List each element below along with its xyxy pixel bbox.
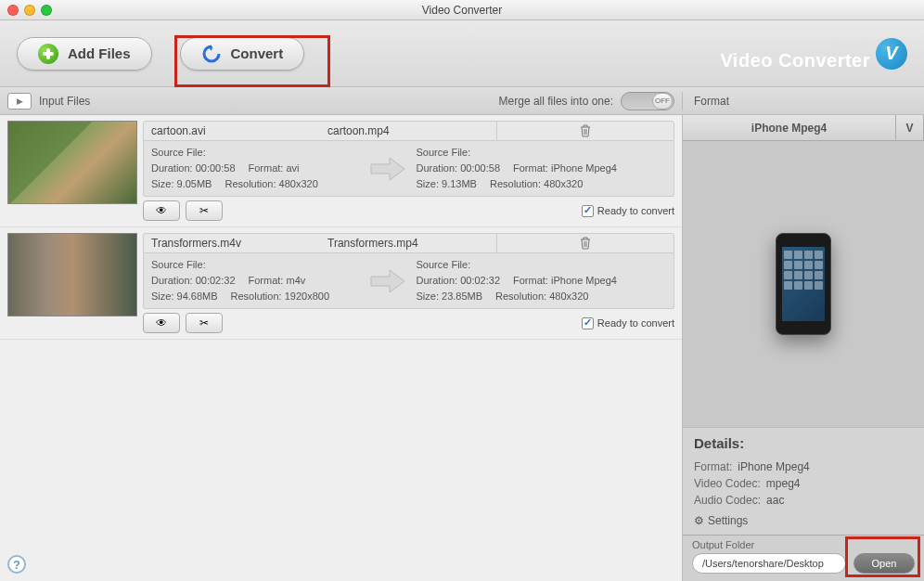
delete-button[interactable] <box>496 121 674 141</box>
input-files-label: Input Files <box>39 95 90 108</box>
sub-header: ▶ Input Files Merge all files into one: … <box>0 87 924 115</box>
arrow-right-icon <box>369 267 406 295</box>
output-path-field[interactable]: /Users/tenorshare/Desktop <box>692 553 846 574</box>
source-filename: cartoon.avi <box>144 124 320 137</box>
spec-header: Source File: <box>417 257 667 273</box>
filename-row: Transformers.m4v Transformers.mp4 <box>143 233 674 253</box>
add-files-button[interactable]: Add Files <box>17 37 152 71</box>
merge-label: Merge all files into one: <box>499 95 613 108</box>
preview-button[interactable]: 👁 <box>143 200 180 221</box>
edit-button[interactable]: ✂ <box>186 200 223 221</box>
brand: for mac Video Converter V <box>720 36 907 71</box>
file-item: Transformers.m4v Transformers.mp4 Source… <box>0 227 682 340</box>
add-files-label: Add Files <box>68 45 131 61</box>
titlebar: Video Converter <box>0 0 924 20</box>
format-sidebar: iPhone Mpeg4 V Details: Format:iPhone Mp… <box>683 115 924 581</box>
ready-checkbox[interactable] <box>582 205 594 217</box>
trash-icon <box>580 124 591 137</box>
dest-filename: cartoon.mp4 <box>320 124 496 137</box>
scissors-icon: ✂ <box>199 316 209 329</box>
ready-label: Ready to convert <box>597 317 674 329</box>
brand-logo-icon: V <box>876 38 907 70</box>
scissors-icon: ✂ <box>199 204 209 217</box>
trash-icon <box>580 237 591 250</box>
spec-header: Source File: <box>151 257 402 273</box>
format-tab-main[interactable]: iPhone Mpeg4 <box>683 115 896 140</box>
settings-button[interactable]: ⚙ Settings <box>694 514 913 527</box>
edit-button[interactable]: ✂ <box>186 313 223 333</box>
format-details: Details: Format:iPhone Mpeg4 Video Codec… <box>683 427 924 535</box>
format-tabs: iPhone Mpeg4 V <box>683 115 924 141</box>
file-item: cartoon.avi cartoon.mp4 Source File: Dur… <box>0 115 682 227</box>
details-heading: Details: <box>694 435 913 451</box>
format-panel-label: Format <box>694 95 729 108</box>
highlight-convert <box>174 35 330 87</box>
video-thumbnail[interactable] <box>7 121 137 204</box>
play-icon[interactable]: ▶ <box>7 93 32 110</box>
brand-line2: Video Converter <box>720 50 870 71</box>
highlight-open <box>845 536 920 577</box>
eye-icon: 👁 <box>156 204 167 217</box>
window-title: Video Converter <box>0 4 924 17</box>
arrow-right-icon <box>369 155 406 183</box>
main-area: cartoon.avi cartoon.mp4 Source File: Dur… <box>0 115 924 581</box>
filename-row: cartoon.avi cartoon.mp4 <box>143 121 674 141</box>
preview-button[interactable]: 👁 <box>143 313 180 333</box>
brand-line1: for mac <box>720 36 870 50</box>
format-preview <box>683 141 924 427</box>
format-tab-small[interactable]: V <box>896 115 924 140</box>
iphone-icon <box>776 233 831 335</box>
delete-button[interactable] <box>496 233 674 253</box>
eye-icon: 👁 <box>156 316 167 329</box>
toolbar: Add Files Convert for mac Video Converte… <box>0 20 924 87</box>
plus-icon <box>38 44 58 64</box>
spec-header: Source File: <box>151 145 402 161</box>
dest-filename: Transformers.mp4 <box>320 237 496 250</box>
source-filename: Transformers.m4v <box>144 237 320 250</box>
ready-checkbox[interactable] <box>582 317 594 329</box>
ready-label: Ready to convert <box>597 205 674 216</box>
question-icon: ? <box>13 558 20 572</box>
merge-switch[interactable]: OFF <box>621 92 674 110</box>
spec-header: Source File: <box>417 145 667 161</box>
help-button[interactable]: ? <box>7 555 26 574</box>
file-list: cartoon.avi cartoon.mp4 Source File: Dur… <box>0 115 683 581</box>
gear-icon: ⚙ <box>694 514 704 527</box>
video-thumbnail[interactable] <box>7 233 137 316</box>
